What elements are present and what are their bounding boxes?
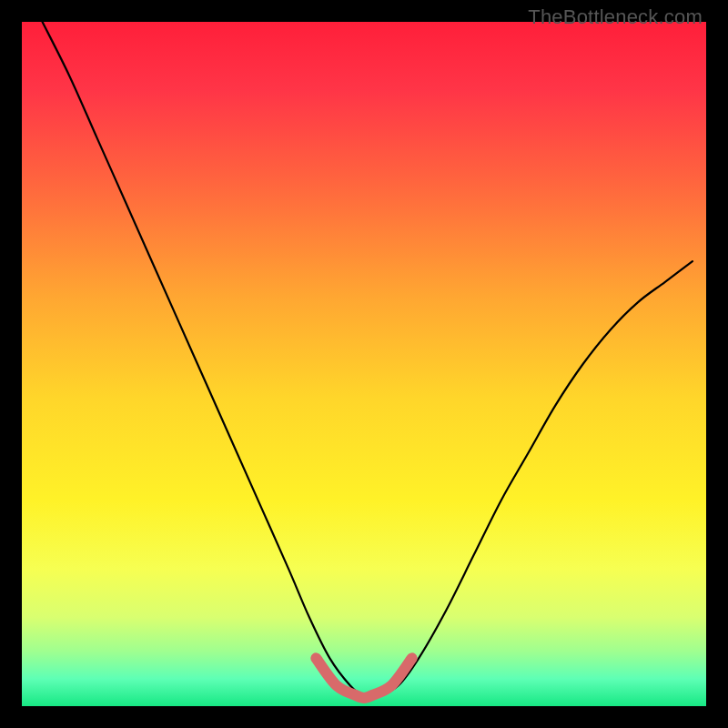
plot-area	[22, 22, 706, 706]
gradient-background	[22, 22, 706, 706]
chart-frame: TheBottleneck.com	[0, 0, 728, 728]
chart-svg	[22, 22, 706, 706]
